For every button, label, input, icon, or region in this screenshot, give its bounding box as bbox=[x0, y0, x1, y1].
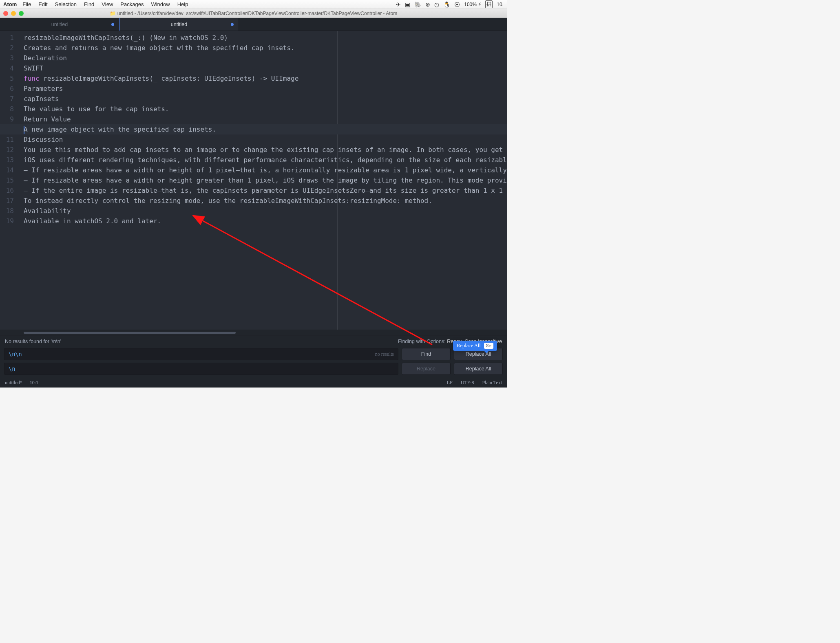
window-zoom-button[interactable] bbox=[19, 11, 24, 16]
text-cursor bbox=[24, 126, 24, 134]
line-number: 4 bbox=[0, 63, 14, 73]
status-encoding[interactable]: UTF-8 bbox=[461, 380, 474, 386]
menubar-app-name: Atom bbox=[3, 1, 17, 7]
line-number: 6 bbox=[0, 84, 14, 94]
evernote-icon[interactable]: 🐘 bbox=[414, 1, 421, 8]
code-line: Available in watchOS 2.0 and later. bbox=[24, 216, 507, 226]
find-status-text: No results found for '\n\n' bbox=[5, 339, 61, 344]
line-number: 19 bbox=[0, 216, 14, 226]
menubar-item-file[interactable]: File bbox=[22, 1, 31, 7]
menubar-item-help[interactable]: Help bbox=[177, 1, 188, 7]
line-number: 16 bbox=[0, 185, 14, 196]
window-close-button[interactable] bbox=[3, 11, 8, 16]
window-titlebar: 📁untitled - /Users/crifan/dev/dev_src/sw… bbox=[0, 9, 507, 18]
line-number: 14 bbox=[0, 165, 14, 175]
horizontal-scrollbar[interactable] bbox=[0, 330, 507, 335]
status-grammar[interactable]: Plain Text bbox=[482, 380, 502, 386]
tab-bar: untitled untitled bbox=[0, 18, 507, 31]
line-number: 5 bbox=[0, 73, 14, 84]
code-line: Availability bbox=[24, 206, 507, 216]
menubar-item-packages[interactable]: Packages bbox=[120, 1, 144, 7]
line-number: 17 bbox=[0, 196, 14, 206]
ime-indicator[interactable]: 拼 bbox=[485, 0, 493, 8]
status-cursor-position[interactable]: 10:1 bbox=[30, 380, 38, 386]
status-eol[interactable]: LF bbox=[447, 380, 453, 386]
line-number: 2 bbox=[0, 43, 14, 53]
code-line: – If the entire image is resizable—that … bbox=[24, 185, 507, 196]
menubar-item-view[interactable]: View bbox=[102, 1, 113, 7]
line-number: 18 bbox=[0, 206, 14, 216]
code-line: The values to use for the cap insets. bbox=[24, 104, 507, 114]
find-button[interactable]: Find bbox=[402, 348, 451, 360]
line-number: 1 bbox=[0, 33, 14, 43]
qq-icon[interactable]: 🐧 bbox=[443, 1, 450, 8]
code-line: Return Value bbox=[24, 114, 507, 124]
code-line: SWIFT bbox=[24, 63, 507, 73]
code-line: Discussion bbox=[24, 134, 507, 145]
replace-input[interactable]: \n bbox=[4, 363, 398, 375]
modified-dot-icon bbox=[231, 23, 234, 26]
line-number: 7 bbox=[0, 94, 14, 104]
window-minimize-button[interactable] bbox=[11, 11, 16, 16]
code-line: func resizableImageWithCapInsets(_ capIn… bbox=[24, 73, 507, 84]
line-number: 9 bbox=[0, 114, 14, 124]
modified-dot-icon bbox=[111, 23, 114, 26]
find-result-count: no results bbox=[375, 351, 394, 357]
code-line: You use this method to add cap insets to… bbox=[24, 145, 507, 155]
code-line: Parameters bbox=[24, 84, 507, 94]
tooltip-shortcut: ⌘⏎ bbox=[484, 343, 493, 349]
tab-untitled-1[interactable]: untitled bbox=[0, 18, 119, 31]
code-line: Creates and returns a new image object w… bbox=[24, 43, 507, 53]
code-line: – If resizable areas have a width or hei… bbox=[24, 175, 507, 185]
code-line: – If resizable areas have a width or hei… bbox=[24, 165, 507, 175]
find-input-value: \n\n bbox=[9, 351, 22, 357]
camera-icon[interactable]: ▣ bbox=[405, 1, 410, 8]
line-number: 12 bbox=[0, 145, 14, 155]
code-line: capInsets bbox=[24, 94, 507, 104]
status-bar: untitled* 10:1 LF UTF-8 Plain Text bbox=[0, 378, 507, 388]
menubar-item-find[interactable]: Find bbox=[84, 1, 94, 7]
wifi-icon[interactable]: ⦿ bbox=[454, 1, 460, 8]
replace-input-value: \n bbox=[9, 366, 15, 372]
code-line: To instead directly control the resizing… bbox=[24, 196, 507, 206]
menubar-item-edit[interactable]: Edit bbox=[38, 1, 47, 7]
line-number: 11 bbox=[0, 134, 14, 145]
battery-status[interactable]: 100% ⚡︎ bbox=[464, 2, 481, 7]
sync-icon[interactable]: ◷ bbox=[434, 1, 439, 8]
replace-button[interactable]: Replace bbox=[402, 363, 451, 375]
line-number: 8 bbox=[0, 104, 14, 114]
menubar-item-window[interactable]: Window bbox=[151, 1, 170, 7]
code-area[interactable]: resizableImageWithCapInsets(_:) (New in … bbox=[20, 31, 507, 330]
folder-icon: 📁 bbox=[110, 11, 116, 16]
replace-all-button[interactable]: Replace All bbox=[454, 363, 503, 375]
code-line: resizableImageWithCapInsets(_:) (New in … bbox=[24, 33, 507, 43]
line-number: 3 bbox=[0, 53, 14, 63]
scrollbar-thumb[interactable] bbox=[24, 332, 236, 334]
vpn-icon[interactable]: ⊛ bbox=[425, 1, 430, 8]
menubar-clock[interactable]: 10. bbox=[497, 2, 504, 7]
window-title: 📁untitled - /Users/crifan/dev/dev_src/sw… bbox=[0, 11, 507, 16]
line-number: 13 bbox=[0, 155, 14, 165]
tooltip-label: Replace All bbox=[457, 343, 481, 349]
paper-plane-icon[interactable]: ✈︎ bbox=[396, 1, 401, 8]
code-line: A new image object with the specified ca… bbox=[24, 124, 507, 134]
tab-label: untitled bbox=[51, 22, 68, 27]
tab-label: untitled bbox=[171, 22, 187, 27]
code-line: iOS uses different rendering techniques,… bbox=[24, 155, 507, 165]
tooltip-replace-all: Replace All ⌘⏎ bbox=[453, 341, 497, 351]
code-line: Declaration bbox=[24, 53, 507, 63]
text-editor[interactable]: 12345678910111213141516171819 resizableI… bbox=[0, 31, 507, 330]
gutter: 12345678910111213141516171819 bbox=[0, 31, 20, 330]
tab-untitled-2[interactable]: untitled bbox=[119, 18, 239, 31]
line-number: 15 bbox=[0, 175, 14, 185]
status-file[interactable]: untitled* bbox=[5, 380, 22, 386]
find-replace-panel: No results found for '\n\n' Finding with… bbox=[0, 335, 507, 378]
macos-menubar: Atom File Edit Selection Find View Packa… bbox=[0, 0, 507, 9]
find-input[interactable]: \n\n no results bbox=[4, 348, 398, 360]
menubar-item-selection[interactable]: Selection bbox=[55, 1, 77, 7]
